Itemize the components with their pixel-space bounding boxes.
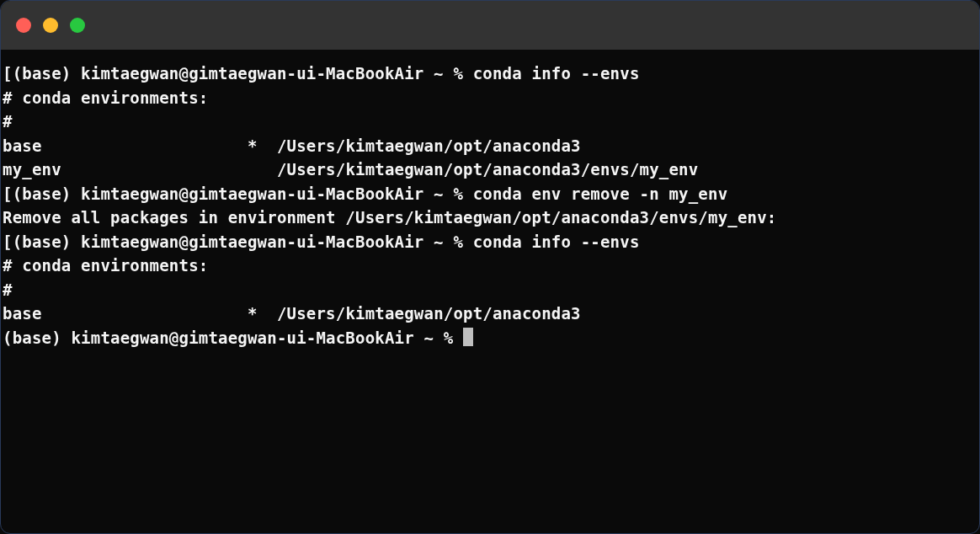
prompt-line: [(base) kimtaegwan@gimtaegwan-ui-MacBook… bbox=[3, 230, 979, 254]
prompt-line: [(base) kimtaegwan@gimtaegwan-ui-MacBook… bbox=[3, 182, 979, 206]
env-path: /Users/kimtaegwan/opt/anaconda3 bbox=[277, 136, 581, 155]
command-text: conda env remove -n my_env bbox=[473, 184, 728, 203]
prompt-line-active: (base) kimtaegwan@gimtaegwan-ui-MacBookA… bbox=[3, 326, 979, 350]
prompt-prefix: (base) kimtaegwan@gimtaegwan-ui-MacBookA… bbox=[3, 328, 463, 347]
env-name: my_env bbox=[3, 160, 61, 179]
cursor-icon bbox=[463, 328, 473, 346]
prompt-line: [(base) kimtaegwan@gimtaegwan-ui-MacBook… bbox=[3, 61, 979, 86]
env-name: base bbox=[3, 304, 42, 323]
env-row: my_env /Users/kimtaegwan/opt/anaconda3/e… bbox=[3, 158, 979, 182]
output-line: # bbox=[3, 109, 979, 134]
prompt-prefix: [(base) kimtaegwan@gimtaegwan-ui-MacBook… bbox=[3, 232, 473, 251]
window-titlebar bbox=[1, 1, 979, 50]
output-line: Remove all packages in environment /User… bbox=[3, 206, 979, 230]
prompt-prefix: [(base) kimtaegwan@gimtaegwan-ui-MacBook… bbox=[3, 64, 473, 83]
minimize-icon[interactable] bbox=[43, 18, 58, 33]
maximize-icon[interactable] bbox=[70, 18, 85, 33]
env-path: /Users/kimtaegwan/opt/anaconda3/envs/my_… bbox=[277, 160, 698, 179]
env-active: * bbox=[248, 304, 258, 323]
env-active bbox=[248, 160, 258, 179]
env-path: /Users/kimtaegwan/opt/anaconda3 bbox=[277, 304, 581, 323]
env-row: base * /Users/kimtaegwan/opt/anaconda3 bbox=[3, 134, 979, 158]
env-active: * bbox=[248, 136, 258, 155]
output-line: # conda environments: bbox=[3, 86, 979, 110]
terminal-content[interactable]: [(base) kimtaegwan@gimtaegwan-ui-MacBook… bbox=[1, 50, 979, 350]
close-icon[interactable] bbox=[16, 18, 31, 33]
env-row: base * /Users/kimtaegwan/opt/anaconda3 bbox=[3, 302, 979, 326]
prompt-prefix: [(base) kimtaegwan@gimtaegwan-ui-MacBook… bbox=[3, 184, 473, 203]
output-line: # conda environments: bbox=[3, 254, 979, 278]
command-text: conda info --envs bbox=[473, 64, 640, 83]
env-name: base bbox=[3, 136, 42, 155]
command-text: conda info --envs bbox=[473, 232, 640, 251]
output-line: # bbox=[3, 278, 979, 302]
